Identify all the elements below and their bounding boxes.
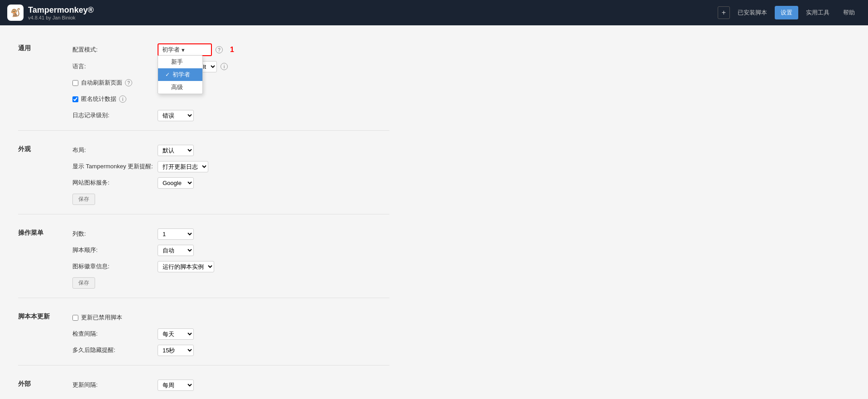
update-interval-select[interactable]: 每周 xyxy=(158,380,194,391)
section-external-title: 外部 xyxy=(18,379,72,391)
auto-refresh-info-icon[interactable]: ? xyxy=(125,79,132,86)
columns-select[interactable]: 1 xyxy=(158,228,194,240)
section-appearance-body: 布局: 默认 显示 Tampermonkey 更新提醒: 打开更新日志 网站图标… xyxy=(72,144,389,205)
option-label-0: 新手 xyxy=(171,58,183,66)
section-external: 外部 更新间隔: 每周 xyxy=(18,370,389,399)
item-checkmark-2 xyxy=(165,84,168,91)
section-context-menu: 操作菜单 列数: 1 脚本顺序: 自动 图标徽章信息: 运行的脚本实例 xyxy=(18,219,389,298)
section-context-menu-title: 操作菜单 xyxy=(18,228,72,289)
config-mode-row: 配置模式: 初学者 ▾ 新手 ✓ 初学者 xyxy=(72,43,389,56)
config-mode-selected-value: 初学者 xyxy=(162,46,180,54)
section-appearance-title: 外观 xyxy=(18,144,72,205)
badge-row: 图标徽章信息: 运行的脚本实例 xyxy=(72,261,389,272)
columns-label: 列数: xyxy=(72,230,154,238)
nav-settings[interactable]: 设置 xyxy=(775,6,798,19)
badge-label: 图标徽章信息: xyxy=(72,262,154,271)
item-checkmark-1: ✓ xyxy=(165,71,170,78)
auto-refresh-checkbox-row: 自动刷新新页面 ? xyxy=(72,79,132,87)
appearance-save-row: 保存 xyxy=(72,193,389,205)
section-context-menu-body: 列数: 1 脚本顺序: 自动 图标徽章信息: 运行的脚本实例 保存 xyxy=(72,228,389,289)
anonymous-stats-checkbox[interactable] xyxy=(72,96,78,102)
config-dropdown-arrow: ▾ xyxy=(182,47,185,53)
hide-delay-label: 多久后隐藏提醒: xyxy=(72,346,154,354)
section-general-body: 配置模式: 初学者 ▾ 新手 ✓ 初学者 xyxy=(72,43,389,121)
check-interval-label: 检查间隔: xyxy=(72,330,154,338)
hide-delay-row: 多久后隐藏提醒: 15秒 xyxy=(72,344,389,356)
section-script-update: 脚本本更新 更新已禁用脚本 检查间隔: 每天 多久后隐藏提醒: 15秒 xyxy=(18,303,389,366)
item-checkmark-0 xyxy=(165,59,168,66)
language-info-icon[interactable]: i xyxy=(221,63,228,70)
config-option-beginner1[interactable]: ✓ 初学者 xyxy=(158,68,202,81)
config-mode-info-icon[interactable]: ? xyxy=(216,46,223,53)
section-external-body: 更新间隔: 每周 xyxy=(72,379,389,391)
config-mode-menu: 新手 ✓ 初学者 高级 xyxy=(158,55,203,94)
anon-stats-info-icon[interactable]: i xyxy=(119,95,126,103)
update-reminder-row: 显示 Tampermonkey 更新提醒: 打开更新日志 xyxy=(72,161,389,172)
logo-area: 🐒 Tampermonkey® v4.8.41 by Jan Biniok xyxy=(7,5,94,21)
context-menu-save-button[interactable]: 保存 xyxy=(72,277,95,289)
header-nav: + 已安装脚本 设置 实用工具 帮助 xyxy=(718,6,861,19)
section-general-title: 通用 xyxy=(18,43,72,121)
update-disabled-label: 更新已禁用脚本 xyxy=(81,314,122,322)
title-block: Tampermonkey® v4.8.41 by Jan Biniok xyxy=(28,5,94,20)
auto-refresh-row: 自动刷新新页面 ? xyxy=(72,77,389,89)
favicon-row: 网站图标服务: Google xyxy=(72,177,389,189)
option-label-1: 初学者 xyxy=(173,71,190,79)
nav-tools[interactable]: 实用工具 xyxy=(800,6,835,19)
hide-delay-select[interactable]: 15秒 xyxy=(158,345,194,356)
layout-select[interactable]: 默认 xyxy=(158,145,194,156)
update-interval-label: 更新间隔: xyxy=(72,381,154,389)
script-order-label: 脚本顺序: xyxy=(72,246,154,254)
auto-refresh-label: 自动刷新新页面 xyxy=(81,79,122,87)
language-row: 语言: Chinese_Default i xyxy=(72,61,389,72)
anonymous-stats-row: 匿名统计数据 i xyxy=(72,93,389,105)
log-level-label: 日志记录级别: xyxy=(72,111,154,119)
layout-row: 布局: 默认 xyxy=(72,144,389,156)
update-disabled-checkbox[interactable] xyxy=(72,315,78,321)
app-name: Tampermonkey® xyxy=(28,5,94,15)
context-menu-save-row: 保存 xyxy=(72,277,389,289)
config-mode-dropdown-container: 初学者 ▾ 新手 ✓ 初学者 xyxy=(158,43,212,56)
update-interval-row: 更新间隔: 每周 xyxy=(72,379,389,391)
badge-select[interactable]: 运行的脚本实例 xyxy=(158,261,214,272)
favicon-label: 网站图标服务: xyxy=(72,179,154,187)
anon-stats-checkbox-row: 匿名统计数据 i xyxy=(72,95,126,103)
option-label-2: 高级 xyxy=(171,83,183,91)
anonymous-stats-label: 匿名统计数据 xyxy=(81,95,116,103)
columns-row: 列数: 1 xyxy=(72,228,389,240)
app-logo: 🐒 xyxy=(7,5,24,21)
section-script-update-body: 更新已禁用脚本 检查间隔: 每天 多久后隐藏提醒: 15秒 xyxy=(72,312,389,356)
check-interval-select[interactable]: 每天 xyxy=(158,328,194,340)
nav-installed-scripts[interactable]: 已安装脚本 xyxy=(732,6,773,19)
script-order-row: 脚本顺序: 自动 xyxy=(72,244,389,256)
nav-help[interactable]: 帮助 xyxy=(837,6,861,19)
script-order-select[interactable]: 自动 xyxy=(158,245,194,256)
config-option-beginner0[interactable]: 新手 xyxy=(158,56,202,68)
config-option-advanced[interactable]: 高级 xyxy=(158,81,202,94)
layout-label: 布局: xyxy=(72,146,154,154)
section-general: 通用 配置模式: 初学者 ▾ 新手 xyxy=(18,34,389,131)
update-disabled-row: 更新已禁用脚本 xyxy=(72,312,389,323)
update-disabled-checkbox-row: 更新已禁用脚本 xyxy=(72,314,122,322)
config-mode-button[interactable]: 初学者 ▾ xyxy=(158,43,212,56)
add-script-button[interactable]: + xyxy=(718,6,730,19)
update-reminder-select[interactable]: 打开更新日志 xyxy=(158,161,208,172)
config-mode-label: 配置模式: xyxy=(72,46,154,54)
favicon-select[interactable]: Google xyxy=(158,177,194,189)
update-reminder-label: 显示 Tampermonkey 更新提醒: xyxy=(72,162,154,171)
header: 🐒 Tampermonkey® v4.8.41 by Jan Biniok + … xyxy=(0,0,868,25)
section-appearance: 外观 布局: 默认 显示 Tampermonkey 更新提醒: 打开更新日志 网… xyxy=(18,135,389,214)
section-script-update-title: 脚本本更新 xyxy=(18,312,72,356)
log-level-select[interactable]: 错误 xyxy=(158,110,194,121)
check-interval-row: 检查间隔: 每天 xyxy=(72,328,389,340)
appearance-save-button[interactable]: 保存 xyxy=(72,194,95,205)
language-label: 语言: xyxy=(72,62,154,71)
auto-refresh-checkbox[interactable] xyxy=(72,80,78,86)
app-version: v4.8.41 by Jan Biniok xyxy=(28,15,94,20)
main-content: 通用 配置模式: 初学者 ▾ 新手 xyxy=(0,25,408,399)
annotation-1: 1 xyxy=(230,46,234,54)
log-level-row: 日志记录级别: 错误 xyxy=(72,109,389,121)
